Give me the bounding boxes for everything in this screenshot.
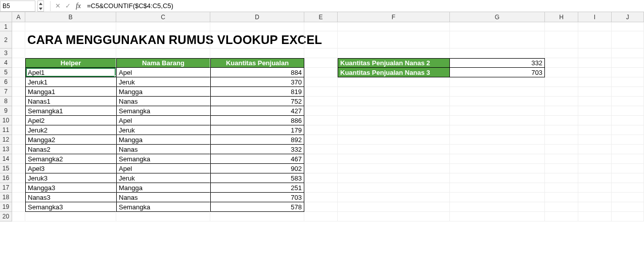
cell[interactable] xyxy=(25,49,116,58)
cell[interactable] xyxy=(545,58,578,68)
cell[interactable] xyxy=(12,58,25,68)
row-header-17[interactable]: 17 xyxy=(0,183,12,193)
cell[interactable] xyxy=(578,97,612,106)
cell[interactable] xyxy=(450,22,545,31)
row-header-5[interactable]: 5 xyxy=(0,68,12,77)
cell[interactable] xyxy=(338,212,450,221)
row-header-20[interactable]: 20 xyxy=(0,212,12,221)
cell[interactable] xyxy=(450,183,545,193)
cell[interactable] xyxy=(450,135,545,145)
cell-kuantitas[interactable]: 467 xyxy=(210,154,304,164)
cell[interactable] xyxy=(12,125,25,135)
cell[interactable] xyxy=(12,116,25,125)
cell[interactable] xyxy=(612,125,644,135)
cell-nama[interactable]: Semangka xyxy=(116,106,210,116)
cell[interactable] xyxy=(12,193,25,202)
cell[interactable] xyxy=(210,22,304,31)
cell[interactable] xyxy=(612,173,644,183)
cell-kuantitas[interactable]: 892 xyxy=(210,135,304,145)
cell-kuantitas[interactable]: 427 xyxy=(210,106,304,116)
cell-helper[interactable]: Mangga2 xyxy=(25,135,116,145)
cell[interactable] xyxy=(545,106,578,116)
row-header-3[interactable]: 3 xyxy=(0,49,12,58)
cell-kuantitas[interactable]: 886 xyxy=(210,116,304,125)
cell[interactable] xyxy=(545,173,578,183)
cell[interactable] xyxy=(545,193,578,202)
cell-kuantitas[interactable]: 578 xyxy=(210,202,304,212)
cell[interactable] xyxy=(304,212,338,221)
cell[interactable] xyxy=(12,135,25,145)
cell[interactable] xyxy=(12,22,25,31)
cell[interactable] xyxy=(116,31,210,49)
cell-helper[interactable]: Mangga3 xyxy=(25,183,116,193)
confirm-icon[interactable]: ✓ xyxy=(63,2,73,10)
cell[interactable] xyxy=(338,164,450,173)
cell-nama[interactable]: Apel xyxy=(116,164,210,173)
cell[interactable] xyxy=(338,49,450,58)
cell[interactable] xyxy=(304,145,338,154)
cell-nama[interactable]: Mangga xyxy=(116,87,210,97)
cell-helper[interactable]: Nanas2 xyxy=(25,145,116,154)
cell-helper[interactable]: Apel2 xyxy=(25,116,116,125)
cell[interactable] xyxy=(338,145,450,154)
cell[interactable] xyxy=(304,202,338,212)
cell[interactable] xyxy=(450,87,545,97)
cell[interactable] xyxy=(545,145,578,154)
cell[interactable] xyxy=(304,31,338,49)
cell[interactable] xyxy=(612,77,644,87)
cell[interactable] xyxy=(450,193,545,202)
row-header-2[interactable]: 2 xyxy=(0,31,12,49)
cell-nama[interactable]: Mangga xyxy=(116,183,210,193)
cell[interactable] xyxy=(545,31,578,49)
cell[interactable] xyxy=(304,87,338,97)
cell[interactable] xyxy=(450,164,545,173)
cell[interactable] xyxy=(450,145,545,154)
cell-nama[interactable]: Jeruk xyxy=(116,125,210,135)
cell[interactable] xyxy=(338,106,450,116)
cell[interactable] xyxy=(304,97,338,106)
cell[interactable] xyxy=(25,22,116,31)
cell[interactable] xyxy=(545,68,578,77)
cell[interactable] xyxy=(545,135,578,145)
cell[interactable] xyxy=(12,145,25,154)
cell[interactable] xyxy=(338,116,450,125)
row-header-10[interactable]: 10 xyxy=(0,116,12,125)
cell-helper[interactable]: Semangka1 xyxy=(25,106,116,116)
cell[interactable] xyxy=(338,22,450,31)
fx-icon[interactable]: fx xyxy=(73,2,84,10)
cell[interactable] xyxy=(612,202,644,212)
cell[interactable] xyxy=(578,87,612,97)
cell[interactable] xyxy=(612,193,644,202)
cell[interactable] xyxy=(304,183,338,193)
cell-helper[interactable]: Jeruk3 xyxy=(25,173,116,183)
name-box[interactable]: B5 xyxy=(0,1,35,12)
cell[interactable] xyxy=(12,31,25,49)
cell[interactable] xyxy=(450,212,545,221)
row-header-6[interactable]: 6 xyxy=(0,77,12,87)
cell-helper[interactable]: Jeruk2 xyxy=(25,125,116,135)
cell[interactable] xyxy=(578,183,612,193)
column-header-B[interactable]: B xyxy=(25,12,116,22)
cell[interactable] xyxy=(612,154,644,164)
cell[interactable] xyxy=(12,77,25,87)
cell[interactable] xyxy=(545,125,578,135)
cell[interactable] xyxy=(304,77,338,87)
row-header-11[interactable]: 11 xyxy=(0,125,12,135)
column-header-D[interactable]: D xyxy=(210,12,304,22)
cell[interactable] xyxy=(578,154,612,164)
fill-handle[interactable] xyxy=(114,75,116,77)
cell[interactable] xyxy=(612,145,644,154)
cell[interactable] xyxy=(545,164,578,173)
row-header-19[interactable]: 19 xyxy=(0,202,12,212)
cell-kuantitas[interactable]: 583 xyxy=(210,173,304,183)
column-header-A[interactable]: A xyxy=(12,12,25,22)
cell[interactable] xyxy=(12,97,25,106)
cell-nama[interactable]: Apel xyxy=(116,116,210,125)
row-header-16[interactable]: 16 xyxy=(0,173,12,183)
cell[interactable] xyxy=(578,145,612,154)
cell[interactable] xyxy=(338,202,450,212)
cell[interactable] xyxy=(545,154,578,164)
cell-kuantitas[interactable]: 819 xyxy=(210,87,304,97)
cell[interactable] xyxy=(578,135,612,145)
cell[interactable] xyxy=(612,135,644,145)
